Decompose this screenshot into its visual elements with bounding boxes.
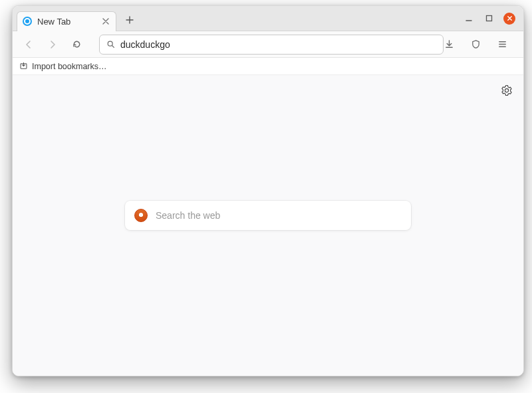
browser-window: New Tab [12, 5, 524, 376]
import-icon [19, 62, 28, 70]
settings-gear-icon[interactable] [501, 84, 513, 96]
newtab-content [13, 75, 523, 376]
search-icon [106, 40, 115, 49]
tab-title: New Tab [37, 17, 96, 27]
window-controls [464, 13, 518, 25]
svg-rect-0 [486, 16, 491, 21]
reload-button[interactable] [67, 35, 86, 54]
maximize-button[interactable] [483, 13, 494, 24]
forward-button[interactable] [43, 35, 62, 54]
shield-icon[interactable] [466, 35, 485, 54]
minimize-button[interactable] [464, 13, 474, 24]
back-button[interactable] [19, 35, 38, 54]
toolbar-right [440, 35, 511, 54]
downloads-button[interactable] [440, 35, 458, 54]
web-search-box[interactable] [125, 201, 411, 230]
close-tab-button[interactable] [101, 17, 110, 26]
new-tab-button[interactable] [120, 11, 139, 29]
tab-strip: New Tab [13, 6, 523, 31]
import-bookmarks-button[interactable]: Import bookmarks… [32, 62, 107, 71]
address-input[interactable] [120, 39, 436, 50]
globe-icon [23, 17, 32, 26]
menu-button[interactable] [493, 35, 511, 54]
tab-newtab[interactable]: New Tab [17, 11, 116, 31]
toolbar [13, 31, 523, 58]
duckduckgo-icon [134, 209, 148, 222]
address-bar[interactable] [99, 35, 444, 55]
close-window-button[interactable] [503, 13, 515, 25]
bookmarks-bar: Import bookmarks… [13, 58, 523, 75]
web-search-input[interactable] [156, 210, 402, 221]
